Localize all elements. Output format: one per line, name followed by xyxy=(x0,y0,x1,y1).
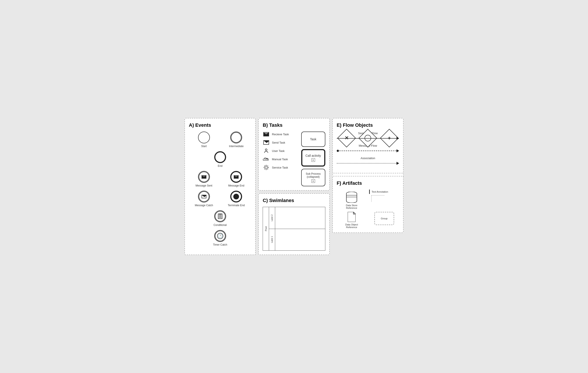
sequence-flow-line xyxy=(337,136,399,141)
task-shape-call: Call activity + xyxy=(301,149,325,167)
message-end-envelope-icon xyxy=(234,175,239,179)
event-terminate-end: Terminate End xyxy=(221,191,252,207)
receive-task-icon xyxy=(263,131,270,137)
task-shape-sub-label: Sub Process(collapsed) xyxy=(306,172,321,178)
swimlane-lanes: Lane 2 Lane 1 xyxy=(269,207,325,251)
flow-item-association: Association xyxy=(337,157,399,165)
data-store-shape xyxy=(346,192,357,203)
task-item-service: Service Task xyxy=(263,165,297,170)
message-catch-envelope-icon xyxy=(201,195,206,198)
start-label: Start xyxy=(201,145,207,148)
terminate-end-label: Terminate End xyxy=(228,204,245,207)
artifacts-title: F) Artifacts xyxy=(337,180,399,186)
event-message-end: Message End xyxy=(221,171,252,187)
task-item-send: Send Task xyxy=(263,140,297,145)
svg-point-0 xyxy=(265,149,267,151)
text-annotation-shape: Text Annotation xyxy=(369,190,390,194)
terminate-circle xyxy=(230,191,242,202)
svg-rect-7 xyxy=(346,193,357,201)
message-end-circle xyxy=(230,171,242,183)
service-task-icon xyxy=(263,165,270,170)
right-column: E) Flow Objects Sequence Flow Message Fl… xyxy=(332,118,404,255)
manual-task-label: Manual Task xyxy=(272,158,288,161)
task-item-user: User Task xyxy=(263,148,297,153)
message-sent-label: Message Sent xyxy=(195,184,212,187)
svg-point-5 xyxy=(264,165,268,170)
events-panel: A) Events Start Intermediate End xyxy=(184,118,256,255)
lane-2: Lane 2 xyxy=(269,207,325,229)
task-shape-normal: Task xyxy=(301,131,325,147)
end-label: End xyxy=(218,164,222,167)
task-item-manual: Manual Task xyxy=(263,157,297,162)
event-conditional: Conditional xyxy=(214,210,227,227)
envelope-filled-icon xyxy=(201,175,206,179)
event-message-sent: Message Sent xyxy=(189,171,219,187)
message-end-label: Message End xyxy=(228,184,244,187)
event-message-catch: Message Catch xyxy=(189,191,219,207)
svg-marker-10 xyxy=(348,212,356,222)
message-flow-line xyxy=(337,149,399,153)
receive-task-label: Recieve Task xyxy=(272,133,289,136)
send-task-icon xyxy=(263,140,270,145)
events-title: A) Events xyxy=(189,122,251,128)
lane1-label-cell: Lane 1 xyxy=(269,229,275,251)
lane2-label-cell: Lane 2 xyxy=(269,207,275,229)
events-grid: Start Intermediate End Message Sent xyxy=(189,131,251,246)
association-flow-line xyxy=(337,161,399,165)
main-container: A) Events Start Intermediate End xyxy=(184,118,404,255)
message-catch-circle xyxy=(198,191,210,202)
conditional-doc-icon xyxy=(218,214,222,219)
sub-process-plus-icon: + xyxy=(312,179,315,183)
tasks-shapes: Task Call activity + Sub Process(collaps… xyxy=(301,131,325,186)
artifacts-panel: F) Artifacts Data StoreReference xyxy=(332,176,404,233)
service-task-label: Service Task xyxy=(272,166,288,169)
task-shape-sub: Sub Process(collapsed) + xyxy=(301,169,325,186)
event-start: Start xyxy=(189,131,219,148)
lane1-label: Lane 1 xyxy=(271,236,273,243)
svg-point-4 xyxy=(265,166,267,169)
sequence-line xyxy=(337,138,397,139)
task-shape-call-label: Call activity xyxy=(305,154,321,157)
event-timer-catch: 🕐 Timer Catch xyxy=(213,230,227,246)
artifact-text-annotation: Text Annotation xyxy=(369,190,399,202)
association-dotted-line xyxy=(337,163,397,163)
flow-objects-title: E) Flow Objects xyxy=(337,122,399,128)
event-end: End xyxy=(214,151,226,167)
conditional-label: Conditional xyxy=(214,223,227,227)
clock-icon: 🕐 xyxy=(217,233,223,239)
task-item-receive: Recieve Task xyxy=(263,131,297,137)
tasks-title: B) Tasks xyxy=(263,122,325,128)
swimlanes-title: C) Swimlanes xyxy=(263,198,325,203)
start-circle xyxy=(198,131,210,143)
swimlanes-panel: C) Swimlanes Pool Lane 2 Lane 1 xyxy=(258,193,329,255)
artifact-data-object: Data ObjectReference xyxy=(337,212,367,229)
conditional-circle xyxy=(214,210,226,222)
message-catch-label: Message Catch xyxy=(195,204,213,207)
sequence-arrow-icon xyxy=(397,137,399,140)
tasks-panel: B) Tasks Recieve Task xyxy=(258,118,329,191)
tasks-list: Recieve Task Send Task xyxy=(263,131,297,186)
lane2-label: Lane 2 xyxy=(271,214,273,221)
intermediate-circle xyxy=(230,131,242,143)
message-dashed-line xyxy=(339,151,397,151)
timer-catch-label: Timer Catch xyxy=(213,243,227,246)
lane-1: Lane 1 xyxy=(269,229,325,251)
association-label: Association xyxy=(337,157,399,160)
terminate-dot-icon xyxy=(233,194,239,199)
call-activity-plus-icon: + xyxy=(312,158,315,162)
artifact-group: Group xyxy=(369,212,399,225)
artifacts-grid: Data StoreReference Text Annotation xyxy=(337,190,399,229)
user-task-label: User Task xyxy=(272,149,284,152)
task-shape-normal-label: Task xyxy=(310,138,316,141)
message-arrow-icon xyxy=(397,149,399,152)
manual-task-icon xyxy=(263,157,270,162)
data-object-shape xyxy=(348,212,356,222)
tasks-layout: Recieve Task Send Task xyxy=(263,131,325,186)
group-label: Group xyxy=(381,217,388,220)
association-arrow-icon xyxy=(397,162,399,165)
pool-header: Pool xyxy=(263,207,269,251)
artifact-data-store: Data StoreReference xyxy=(337,190,367,209)
send-task-label: Send Task xyxy=(272,141,285,144)
end-circle xyxy=(214,151,226,163)
pool-label: Pool xyxy=(265,226,267,231)
